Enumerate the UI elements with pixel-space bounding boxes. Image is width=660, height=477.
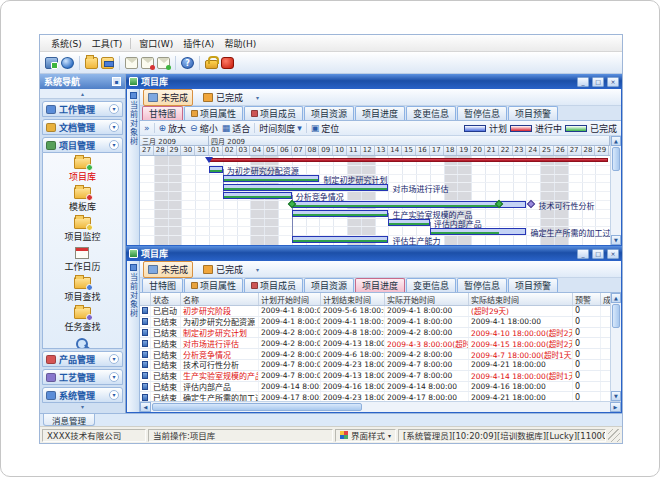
filter-button[interactable]: 已完成 [198, 89, 248, 106]
gantt-tool-button[interactable]: » [144, 123, 150, 133]
tab-甘特图[interactable]: 甘特图 [142, 106, 183, 120]
sidebar-group-4[interactable]: 工艺管理▾ [42, 369, 123, 385]
scroll-up-icon[interactable]: ▲ [611, 136, 621, 146]
menu-item-3[interactable]: 窗口(W) [134, 36, 178, 51]
scroll-left-icon[interactable]: ◀ [140, 402, 151, 412]
sidebar-item[interactable]: 项目监控 [64, 217, 100, 243]
sidebar-item[interactable]: 项目查找 [64, 277, 100, 303]
tab-变更信息[interactable]: 变更信息 [406, 106, 456, 120]
sidebar-item[interactable]: 项目库 [69, 157, 96, 183]
minimize-button[interactable]: _ [577, 77, 589, 87]
tab-暂停信息[interactable]: 暂停信息 [457, 278, 507, 292]
gantt-tool-button[interactable]: ⊖缩小 [190, 122, 218, 135]
tab-项目进度[interactable]: 项目进度 [355, 278, 405, 292]
column-header-计划结束时间[interactable]: 计划结束时间 [321, 293, 385, 305]
gantt-tool-button[interactable]: 时间刻度▾ [259, 122, 302, 135]
ui-style-selector[interactable]: 界面样式 ▾ [335, 429, 396, 442]
table-row[interactable]: 已结束评估内部产品2009-4-14 8:00:002009-4-16 18:0… [140, 382, 610, 393]
side-tab-object-tree[interactable]: 当前对象树 [127, 261, 140, 412]
toolbar-button[interactable] [221, 57, 234, 69]
table-row[interactable]: 已结束为初步研究分配资源2009-4-1 8:00:002009-4-1 18:… [140, 317, 610, 328]
window-titlebar[interactable]: 项目库 _ □ × [126, 74, 622, 89]
toolbar-button[interactable] [205, 57, 218, 69]
toolbar-button[interactable] [125, 57, 138, 69]
menu-item-4[interactable]: 插件(A) [178, 36, 219, 51]
resize-grip[interactable] [608, 429, 620, 442]
scroll-right-icon[interactable]: ▶ [610, 402, 621, 412]
column-header-实际结束时间[interactable]: 实际结束时间 [469, 293, 573, 305]
gantt-vertical-scrollbar[interactable]: ▲ ▼ [610, 136, 621, 245]
column-header-预警[interactable]: 预警 [573, 293, 601, 305]
chevron-down-icon[interactable]: ▾ [109, 372, 119, 382]
gantt-chart-body[interactable]: 为初步研究分配资源制定初步研究计划对市场进行评估分析竞争情况技术可行性分析生产实… [140, 156, 610, 245]
tab-message-management[interactable]: 消息管理 [43, 414, 95, 426]
table-row[interactable]: 已结束分析竞争情况2009-4-2 8:00:002009-4-6 18:00:… [140, 349, 610, 360]
table-row[interactable]: 已结束制定初步研究计划2009-4-2 8:00:002009-4-8 18:0… [140, 328, 610, 339]
tab-变更信息[interactable]: 变更信息 [406, 278, 456, 292]
gantt-task-bar[interactable] [223, 192, 292, 199]
table-row[interactable]: 已结束确定生产所需的加工过程2009-4-17 8:00:002009-4-23… [140, 392, 610, 401]
tab-项目成员[interactable]: 项目成员 [244, 106, 303, 120]
scroll-down-icon[interactable]: ▼ [611, 391, 621, 401]
toolbar-button[interactable] [45, 57, 58, 69]
close-button[interactable]: × [607, 249, 619, 259]
tab-项目资源[interactable]: 项目资源 [304, 106, 354, 120]
gantt-task-bar[interactable] [292, 201, 527, 208]
chevron-down-icon[interactable]: ▾ [109, 104, 119, 114]
gantt-task-bar[interactable] [430, 228, 527, 235]
maximize-button[interactable]: □ [592, 249, 604, 259]
gantt-summary-bar[interactable] [209, 158, 608, 162]
column-header-状态[interactable]: 状态 [151, 293, 181, 305]
sidebar-item[interactable]: 工作日历 [64, 247, 100, 273]
maximize-button[interactable]: □ [592, 77, 604, 87]
filter-button[interactable]: 已完成 [198, 261, 248, 278]
menu-item-1[interactable]: 工具(T) [87, 36, 128, 51]
column-header-icon[interactable] [140, 293, 151, 305]
chevron-down-icon[interactable]: ▾ [109, 354, 119, 364]
column-header-实际开始时间[interactable]: 实际开始时间 [385, 293, 469, 305]
gantt-task-bar[interactable] [223, 175, 320, 182]
table-row[interactable]: 已结束生产实验室规模的产品2009-4-7 8:00:002009-4-13 1… [140, 371, 610, 382]
gantt-task-bar[interactable] [209, 166, 223, 173]
sidebar-item[interactable]: 项目文档查找 [55, 337, 109, 349]
tab-暂停信息[interactable]: 暂停信息 [457, 106, 507, 120]
table-row[interactable]: 已启动初步研究阶段2009-4-1 8:00:002009-5-6 18:00:… [140, 306, 610, 317]
sidebar-group-2[interactable]: 项目管理▾ [42, 137, 123, 153]
sidebar-group-1[interactable]: 文档管理▾ [42, 119, 123, 135]
table-row[interactable]: 已结束对市场进行评估2009-4-2 8:00:002009-4-13 18:0… [140, 338, 610, 349]
minimize-button[interactable]: _ [577, 249, 589, 259]
side-tab-object-tree[interactable]: 当前对象树 [127, 89, 140, 245]
sidebar-collapse-button[interactable]: ▴ [40, 89, 125, 99]
sidebar-item[interactable]: 模板库 [69, 187, 96, 213]
gantt-task-bar[interactable] [388, 219, 429, 226]
gantt-task-bar[interactable] [292, 236, 389, 243]
scroll-up-icon[interactable]: ▲ [611, 293, 621, 303]
dropdown-icon[interactable]: ▾ [253, 266, 262, 273]
filter-button[interactable]: 未完成 [143, 89, 193, 106]
scrollbar-thumb[interactable] [152, 403, 362, 411]
toolbar-button[interactable] [61, 57, 74, 69]
tab-项目预警[interactable]: 项目预警 [508, 278, 558, 292]
tab-项目进度[interactable]: 项目进度 [355, 106, 405, 120]
tab-项目预警[interactable]: 项目预警 [508, 106, 558, 120]
chevron-down-icon[interactable]: ▾ [109, 390, 119, 400]
gantt-tool-button[interactable]: ⊕放大 [159, 122, 187, 135]
sidebar-item[interactable]: 任务查找 [64, 307, 100, 333]
menu-item-5[interactable]: 帮助(H) [219, 36, 261, 51]
table-horizontal-scrollbar[interactable]: ◀ ▶ [140, 401, 621, 412]
window-titlebar[interactable]: 项目库 _ □ × [126, 246, 622, 261]
toolbar-button[interactable] [157, 57, 170, 69]
tab-项目属性[interactable]: 项目属性 [184, 106, 243, 120]
toolbar-button[interactable] [101, 57, 114, 69]
scrollbar-thumb[interactable] [612, 304, 620, 328]
gantt-tool-button[interactable]: ▣定位 [311, 122, 340, 135]
toolbar-button[interactable]: ? [181, 57, 194, 69]
gantt-tool-button[interactable]: ▦适合 [222, 122, 251, 135]
table-row[interactable]: 已结束技术可行性分析2009-4-7 8:00:002009-4-23 18:0… [140, 360, 610, 371]
dropdown-icon[interactable]: ▾ [253, 94, 262, 101]
tab-项目资源[interactable]: 项目资源 [304, 278, 354, 292]
gantt-task-bar[interactable] [223, 184, 389, 191]
tab-项目成员[interactable]: 项目成员 [244, 278, 303, 292]
pin-icon[interactable]: ▪ [112, 77, 121, 86]
column-header-名称[interactable]: 名称 [181, 293, 259, 305]
